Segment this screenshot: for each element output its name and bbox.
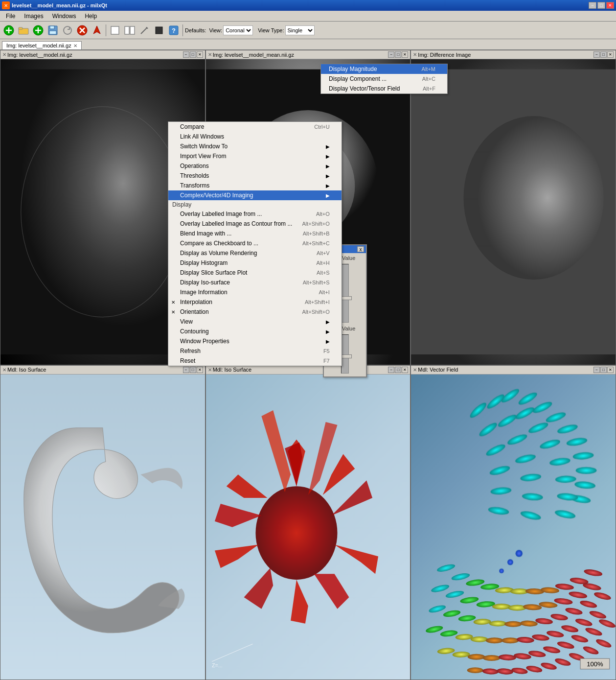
ctx-transforms[interactable]: Transforms ▶ — [168, 181, 342, 190]
mdl-icon-2: ✕ — [208, 367, 212, 373]
ctx-reset-shortcut: F7 — [323, 358, 330, 364]
mdl-content-3: 100% — [411, 375, 616, 680]
edit-button[interactable] — [137, 23, 151, 37]
ctx-complex-vector[interactable]: Complex/Vector/4D Imaging ▶ — [168, 190, 342, 200]
stop-button[interactable] — [152, 23, 166, 37]
ctx-image-info[interactable]: Image Information Alt+I — [168, 287, 342, 297]
svg-point-111 — [535, 617, 553, 625]
model-panel-2: ✕ Mdl: Iso Surface − □ ✕ — [205, 365, 411, 680]
menu-help[interactable]: Help — [81, 12, 101, 21]
svg-point-75 — [485, 442, 507, 458]
ctx-view[interactable]: View ▶ — [168, 317, 342, 327]
maximize-button[interactable]: □ — [597, 2, 605, 9]
svg-point-94 — [445, 589, 465, 599]
svg-rect-9 — [50, 26, 54, 29]
view-select[interactable]: Coronal Axial Sagittal — [223, 25, 253, 35]
mdl-close-1[interactable]: ✕ — [197, 367, 203, 373]
win-minimize-3[interactable]: − — [593, 51, 600, 58]
win-restore-3[interactable]: □ — [600, 51, 607, 58]
ctx-refresh[interactable]: Refresh F5 — [168, 346, 342, 356]
mdl-restore-2[interactable]: □ — [395, 367, 401, 373]
svg-point-104 — [428, 604, 447, 614]
svg-point-115 — [593, 590, 612, 601]
svg-point-149 — [595, 637, 612, 649]
ctx-operations[interactable]: Operations ▶ — [168, 161, 342, 171]
svg-point-76 — [489, 464, 511, 477]
win-restore-1[interactable]: □ — [190, 51, 196, 58]
add-item-button[interactable] — [31, 23, 45, 37]
ctx-blend-image[interactable]: Blend Image with ... Alt+Shift+B — [168, 229, 342, 238]
ctx-histogram-shortcut: Alt+H — [317, 260, 330, 266]
viewtype-label: View Type: — [258, 27, 284, 33]
ctx-thresholds[interactable]: Thresholds ▶ — [168, 171, 342, 181]
submenu-display-magnitude[interactable]: Display Magnitude Alt+M — [321, 64, 447, 74]
menu-images[interactable]: Images — [20, 12, 47, 21]
ctx-histogram[interactable]: Display Histogram Alt+H — [168, 258, 342, 268]
win-close-3[interactable]: ✕ — [607, 51, 614, 58]
ctx-import-arrow: ▶ — [326, 154, 330, 159]
ctx-link-all-windows[interactable]: Link All Windows — [168, 132, 342, 141]
svg-rect-4 — [19, 27, 23, 29]
ctx-compare-checkboard[interactable]: Compare as Checkboard to ... Alt+Shift+C — [168, 238, 342, 248]
ctx-view-label: View — [180, 318, 193, 325]
submenu-vector-tensor[interactable]: Display Vector/Tensor Field Alt+F — [321, 84, 447, 94]
ctx-switch-window[interactable]: Switch Window To ▶ — [168, 141, 342, 151]
mdl-restore-3[interactable]: □ — [600, 367, 607, 373]
submenu-display-component[interactable]: Display Component ... Alt+C — [321, 74, 447, 84]
ctx-overlay-labelled[interactable]: Overlay Labelled Image from ... Alt+O — [168, 209, 342, 219]
svg-rect-16 — [111, 26, 119, 34]
ctx-interpolation[interactable]: ✕ Interpolation Alt+Shift+I — [168, 297, 342, 307]
ctx-overlay-contour[interactable]: Overlay Labelled Image as Contour from .… — [168, 219, 342, 229]
win-close-1[interactable]: ✕ — [197, 51, 203, 58]
open-button[interactable] — [17, 23, 30, 37]
close-button[interactable]: ✕ — [606, 2, 614, 9]
add-button[interactable] — [2, 23, 16, 37]
mdl-minimize-3[interactable]: − — [593, 367, 600, 373]
ctx-iso-surface[interactable]: Display Iso-surface Alt+Shift+S — [168, 278, 342, 287]
ctx-winprops-arrow: ▶ — [326, 339, 330, 344]
submenu-vector-shortcut: Alt+F — [423, 86, 435, 92]
tab-img-levelset[interactable]: Img: levelset__model.nii.gz ✕ — [2, 41, 82, 49]
ctx-compare[interactable]: Compare Ctrl+U — [168, 122, 342, 132]
model-panel-3: ✕ Mdl: Vector Field − □ ✕ — [411, 365, 616, 680]
svg-marker-38 — [215, 544, 259, 568]
save-button[interactable] — [46, 23, 60, 37]
viewtype-select[interactable]: Single Multiple — [285, 25, 315, 35]
svg-point-109 — [504, 621, 522, 627]
ctx-orientation[interactable]: ✕ Orientation Alt+Shift+O — [168, 307, 342, 317]
svg-marker-36 — [226, 474, 267, 498]
ctx-volume-rendering[interactable]: Display as Volume Rendering Alt+V — [168, 248, 342, 258]
ctx-slice-surface[interactable]: Display Slice Surface Plot Alt+S — [168, 268, 342, 278]
help-button[interactable]: ? — [167, 23, 181, 37]
ctx-reset[interactable]: Reset F7 — [168, 356, 342, 366]
svg-point-80 — [516, 550, 523, 557]
mdl-restore-1[interactable]: □ — [190, 367, 196, 373]
mdl-close-3[interactable]: ✕ — [607, 367, 614, 373]
minimize-button[interactable]: − — [589, 2, 596, 9]
svg-point-116 — [425, 625, 443, 634]
win-close-2[interactable]: ✕ — [402, 51, 408, 58]
win-minimize-2[interactable]: − — [388, 51, 394, 58]
tab-close-button[interactable]: ✕ — [73, 43, 77, 48]
smilx-close-button[interactable]: x — [357, 246, 364, 252]
ctx-import-view[interactable]: Import View From ▶ — [168, 151, 342, 161]
view-single-button[interactable] — [108, 23, 122, 37]
iso-surface-shape — [0, 375, 205, 680]
tab-label: Img: levelset__model.nii.gz — [6, 43, 71, 48]
mdl-close-2[interactable]: ✕ — [402, 367, 408, 373]
mdl-minimize-1[interactable]: − — [183, 367, 189, 373]
ctx-window-props[interactable]: Window Properties ▶ — [168, 336, 342, 346]
win-restore-2[interactable]: □ — [395, 51, 401, 58]
win-icon-2: ✕ — [208, 52, 212, 57]
view-double-button[interactable] — [123, 23, 137, 37]
toolbar-separator-1 — [106, 24, 106, 36]
win-minimize-1[interactable]: − — [183, 51, 189, 58]
ctx-contouring[interactable]: Contouring ▶ — [168, 327, 342, 336]
menu-file[interactable]: File — [2, 12, 19, 21]
mdl-minimize-2[interactable]: − — [388, 367, 394, 373]
menu-windows[interactable]: Windows — [48, 12, 80, 21]
svg-point-132 — [499, 654, 516, 660]
cut-button[interactable] — [90, 23, 104, 37]
refresh-button[interactable] — [61, 23, 74, 37]
delete-button[interactable] — [75, 23, 89, 37]
